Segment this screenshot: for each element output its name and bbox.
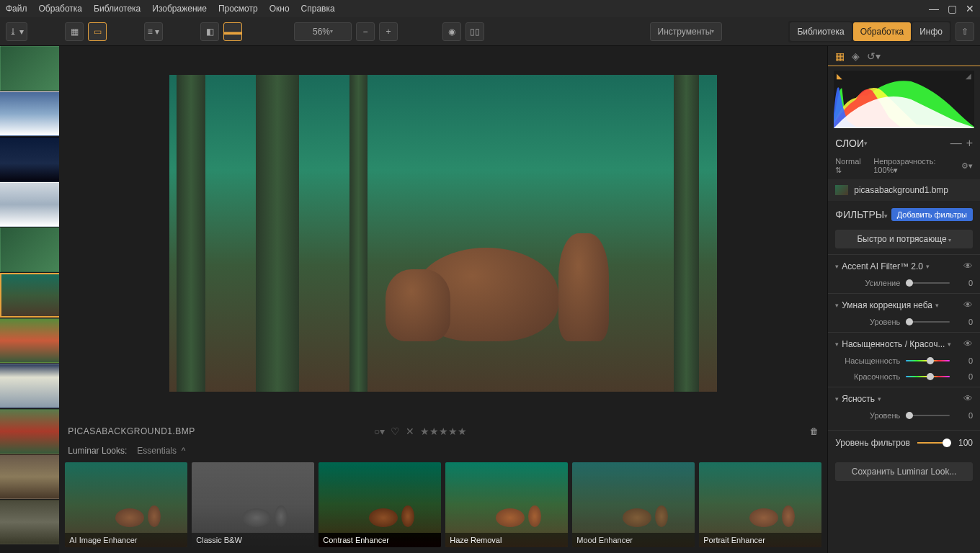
- menu-bar: Файл Обработка Библиотека Изображение Пр…: [0, 0, 980, 17]
- image-canvas[interactable]: [169, 75, 717, 392]
- menu-library[interactable]: Библиотека: [94, 4, 141, 14]
- filters-title: ФИЛЬТРЫ▾: [835, 209, 888, 220]
- grid-view-button[interactable]: ▦: [65, 22, 84, 41]
- filter-header[interactable]: Насыщенность / Красоч... ▾👁: [835, 338, 973, 349]
- history-tab-icon[interactable]: ↺▾: [867, 50, 881, 62]
- menu-window[interactable]: Окно: [270, 4, 290, 14]
- slider-boost[interactable]: Усиление0: [835, 279, 973, 287]
- visibility-icon[interactable]: 👁: [963, 393, 973, 404]
- looks-category[interactable]: Essentials ^: [137, 446, 185, 456]
- add-filters-button[interactable]: Добавить фильтры: [891, 208, 973, 221]
- center-column: PICASABACKGROUND1.BMP ○▾ ♡ ✕ ★★★★★ 🗑 Lum…: [59, 46, 827, 553]
- toolbar: ⤓ ▾ ▦ ▭ ≡ ▾ ◧ ▬▬ 56% − + ◉ ▯▯ Инструмент…: [0, 17, 980, 46]
- filter-header[interactable]: Ясность ▾👁: [835, 393, 973, 404]
- reject-icon[interactable]: ✕: [406, 426, 414, 437]
- main-area: PICASABACKGROUND1.BMP ○▾ ♡ ✕ ★★★★★ 🗑 Lum…: [0, 46, 980, 553]
- slider-vibrance[interactable]: Красочность0: [835, 372, 973, 381]
- export-button[interactable]: ⤓ ▾: [6, 22, 27, 41]
- favorite-icon[interactable]: ♡: [391, 426, 400, 437]
- thumbnail[interactable]: [0, 409, 59, 454]
- layer-settings-icon[interactable]: ⚙▾: [961, 161, 973, 171]
- looks-strip[interactable]: AI Image Enhancer Classic B&W Contrast E…: [59, 459, 827, 553]
- filters-header: ФИЛЬТРЫ▾ Добавить фильтры: [828, 202, 980, 227]
- info-bar: PICASABACKGROUND1.BMP ○▾ ♡ ✕ ★★★★★ 🗑: [59, 421, 827, 442]
- panel-tab-icons: ▦ ◈ ↺▾: [828, 46, 980, 66]
- filter-saturation: Насыщенность / Красоч... ▾👁 Насыщенность…: [828, 332, 980, 387]
- minimize-icon[interactable]: —: [929, 3, 939, 14]
- histogram-tab-icon[interactable]: ▦: [835, 50, 845, 62]
- look-preset[interactable]: Contrast Enhancer: [318, 462, 441, 547]
- slider-clarity[interactable]: Уровень0: [835, 411, 973, 420]
- visibility-icon[interactable]: 👁: [963, 300, 973, 310]
- add-layer-icon[interactable]: +: [966, 137, 973, 150]
- window-controls: — ▢ ✕: [929, 3, 974, 14]
- thumbnail[interactable]: [0, 500, 59, 544]
- look-preset[interactable]: AI Image Enhancer: [65, 462, 187, 547]
- thumbnail-selected[interactable]: [0, 273, 59, 318]
- thumbnail[interactable]: [0, 364, 59, 408]
- look-preset[interactable]: Classic B&W: [192, 462, 314, 547]
- tab-library[interactable]: Библиотека: [790, 22, 851, 41]
- menu-file[interactable]: Файл: [6, 4, 27, 14]
- histogram[interactable]: ◣ ◢: [834, 71, 974, 128]
- visibility-icon[interactable]: 👁: [963, 338, 973, 349]
- filter-clarity: Ясность ▾👁 Уровень0: [828, 387, 980, 426]
- single-view-button[interactable]: ▭: [88, 22, 107, 41]
- filter-sky-enhancer: Умная коррекция неба ▾👁 Уровень0: [828, 293, 980, 332]
- filename-label: PICASABACKGROUND1.BMP: [68, 426, 195, 436]
- clip-shadow-icon[interactable]: ◣: [837, 72, 842, 80]
- share-button[interactable]: ⇧: [956, 22, 974, 41]
- mode-tabs: Библиотека Обработка Инфо: [788, 21, 951, 42]
- compare-button[interactable]: ▯▯: [466, 22, 484, 41]
- zoom-dropdown[interactable]: 56%: [294, 22, 352, 41]
- zoom-out-button[interactable]: −: [356, 22, 375, 41]
- maximize-icon[interactable]: ▢: [948, 3, 957, 14]
- look-preset[interactable]: Haze Removal: [445, 462, 568, 547]
- blend-row: Normal ⇅ Непрозрачность: 100%▾ ⚙▾: [828, 154, 980, 178]
- opacity-control[interactable]: Непрозрачность: 100%▾: [873, 157, 954, 175]
- color-label-icon[interactable]: ○▾: [374, 426, 385, 437]
- menu-view[interactable]: Просмотр: [218, 4, 258, 14]
- filter-accent-ai: Accent AI Filter™ 2.0 ▾👁 Усиление0: [828, 254, 980, 293]
- tools-dropdown[interactable]: Инструменты: [650, 22, 723, 41]
- visibility-icon[interactable]: 👁: [963, 261, 973, 271]
- side-panel-button[interactable]: ◧: [200, 22, 219, 41]
- list-button[interactable]: ≡ ▾: [144, 22, 163, 41]
- thumbnail[interactable]: [0, 454, 59, 499]
- layers-tab-icon[interactable]: ◈: [852, 50, 860, 62]
- filter-header[interactable]: Умная коррекция неба ▾👁: [835, 300, 973, 310]
- filmstrip[interactable]: [0, 46, 59, 553]
- layers-header[interactable]: СЛОИ▾ — +: [828, 132, 980, 154]
- menu-help[interactable]: Справка: [301, 4, 335, 14]
- tab-info[interactable]: Инфо: [912, 22, 950, 41]
- menu-edit[interactable]: Обработка: [39, 4, 83, 14]
- filmstrip-button[interactable]: ▬▬: [223, 22, 242, 41]
- slider-level[interactable]: Уровень0: [835, 318, 973, 326]
- thumbnail[interactable]: [0, 182, 59, 227]
- thumbnail[interactable]: [0, 91, 59, 136]
- slider-saturation[interactable]: Насыщенность0: [835, 356, 973, 365]
- looks-label: Luminar Looks:: [68, 446, 127, 456]
- zoom-in-button[interactable]: +: [379, 22, 398, 41]
- delete-icon[interactable]: 🗑: [810, 426, 819, 436]
- workspace-preset-dropdown[interactable]: Быстро и потрясающе: [835, 230, 973, 248]
- tab-edit[interactable]: Обработка: [853, 22, 912, 41]
- thumbnail[interactable]: [0, 318, 59, 363]
- layer-row[interactable]: picasabackground1.bmp: [828, 179, 980, 201]
- thumbnail[interactable]: [0, 46, 59, 91]
- thumbnail[interactable]: [0, 137, 59, 181]
- blend-mode-dropdown[interactable]: Normal ⇅: [835, 157, 866, 175]
- rating-stars[interactable]: ★★★★★: [420, 426, 467, 437]
- close-icon[interactable]: ✕: [966, 3, 974, 14]
- thumbnail[interactable]: [0, 228, 59, 272]
- look-preset[interactable]: Mood Enhancer: [572, 462, 695, 547]
- save-look-button[interactable]: Сохранить Luminar Look...: [835, 462, 973, 481]
- look-preset[interactable]: Portrait Enhancer: [699, 462, 821, 547]
- layer-name: picasabackground1.bmp: [854, 185, 948, 195]
- preview-button[interactable]: ◉: [442, 22, 461, 41]
- collapse-layer-icon[interactable]: —: [950, 137, 962, 150]
- menu-image[interactable]: Изображение: [152, 4, 207, 14]
- filter-header[interactable]: Accent AI Filter™ 2.0 ▾👁: [835, 261, 973, 271]
- clip-highlight-icon[interactable]: ◢: [966, 72, 971, 80]
- filters-amount-row[interactable]: Уровень фильтров 100: [828, 430, 980, 455]
